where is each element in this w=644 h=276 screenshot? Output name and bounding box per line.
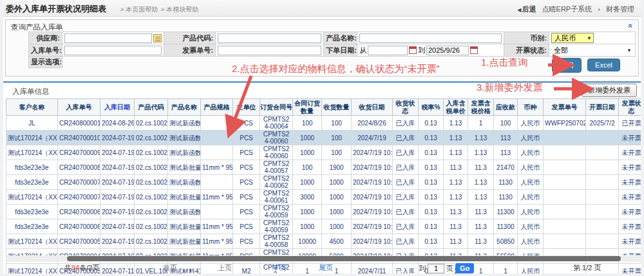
- table-cell[interactable]: 11.3: [468, 234, 494, 249]
- table-cell[interactable]: 100: [322, 131, 352, 145]
- last-page-link[interactable]: 尾页: [319, 263, 333, 273]
- table-cell[interactable]: CR240700008: [58, 160, 100, 175]
- table-cell[interactable]: 2024-07-19: [100, 145, 135, 160]
- product-code-input[interactable]: [218, 33, 321, 43]
- table-cell[interactable]: fds3e23e3e: [6, 175, 58, 190]
- table-cell[interactable]: 人民币: [518, 219, 544, 234]
- table-row[interactable]: fds3e23e3eCR2407000062024-07-1902.cs.100…: [6, 205, 644, 219]
- table-cell[interactable]: CPMTS24-00058: [260, 234, 293, 249]
- table-cell[interactable]: 2024-07-19: [100, 175, 135, 190]
- table-cell[interactable]: 人民币: [518, 160, 544, 175]
- date-from-input[interactable]: [368, 46, 408, 55]
- table-cell[interactable]: [586, 205, 619, 219]
- table-cell[interactable]: 0.13: [419, 131, 444, 145]
- table-cell[interactable]: 测试170214（XX）: [6, 234, 58, 249]
- table-cell[interactable]: 1.13: [444, 145, 468, 160]
- table-cell[interactable]: CR240700007: [58, 190, 100, 205]
- first-page-link[interactable]: 首页: [163, 263, 177, 273]
- table-cell[interactable]: 4500: [322, 234, 352, 249]
- table-cell[interactable]: 0.13: [419, 116, 444, 131]
- table-cell[interactable]: PCS: [233, 234, 260, 249]
- table-cell[interactable]: 2024/7/19 10:: [352, 190, 393, 205]
- breadcrumb-system[interactable]: 点晴ERP子系统: [542, 5, 592, 13]
- table-cell[interactable]: 02.cs.100246: [135, 160, 168, 175]
- table-cell[interactable]: 人民币: [518, 131, 544, 145]
- table-cell[interactable]: [201, 175, 233, 190]
- table-cell[interactable]: 2024-07-19: [100, 219, 135, 234]
- back-icon[interactable]: ◀: [517, 7, 521, 13]
- horizontal-scrollbar-track[interactable]: [6, 255, 644, 262]
- table-cell[interactable]: 100: [322, 145, 352, 160]
- invoice-no-input[interactable]: [218, 46, 321, 55]
- table-cell[interactable]: CR240800001: [58, 116, 100, 131]
- table-cell[interactable]: [201, 116, 233, 131]
- table-cell[interactable]: 02.cs.100241: [135, 116, 168, 131]
- goto-page-input[interactable]: [428, 264, 444, 273]
- table-cell[interactable]: 测试170214（XX）: [6, 131, 58, 145]
- go-button[interactable]: Go: [455, 263, 474, 273]
- table-cell[interactable]: [201, 131, 233, 145]
- table-cell[interactable]: 1.13: [468, 145, 494, 160]
- table-row[interactable]: fds3e23e3eCR2407000082024-07-1902.cs.100…: [6, 160, 644, 175]
- table-cell[interactable]: 2024/7/19 10:: [352, 219, 393, 234]
- table-cell[interactable]: [544, 145, 586, 160]
- search-button[interactable]: 查询: [552, 58, 582, 73]
- table-cell[interactable]: 未开票: [619, 190, 644, 205]
- prev-page-link[interactable]: 上页: [218, 263, 232, 273]
- table-cell[interactable]: 1000: [293, 219, 322, 234]
- table-cell[interactable]: WWFP250702001: [544, 116, 586, 131]
- table-cell[interactable]: 人民币: [518, 175, 544, 190]
- table-cell[interactable]: 1000: [322, 175, 352, 190]
- table-cell[interactable]: CPMTS24-00061: [260, 190, 293, 205]
- table-cell[interactable]: JL: [6, 116, 58, 131]
- table-cell[interactable]: 02.cs.100246: [135, 219, 168, 234]
- table-cell[interactable]: 0.13: [419, 175, 444, 190]
- table-cell[interactable]: CPMTS24-00059: [260, 205, 293, 219]
- table-cell[interactable]: [544, 131, 586, 145]
- table-cell[interactable]: 11.3: [468, 205, 494, 219]
- table-cell[interactable]: 113: [494, 131, 518, 145]
- table-cell[interactable]: 未开票: [619, 145, 644, 160]
- table-cell[interactable]: 1.13: [468, 190, 494, 205]
- table-cell[interactable]: 2024/7/19 10:: [352, 160, 393, 175]
- calendar-icon[interactable]: [470, 46, 478, 54]
- table-cell[interactable]: 2024-07-19: [100, 190, 135, 205]
- add-outsource-invoice-button[interactable]: 新增委外发票: [582, 84, 637, 97]
- table-cell[interactable]: 未开票: [619, 160, 644, 175]
- page-help-link[interactable]: » 本页面帮助: [120, 5, 158, 14]
- table-cell[interactable]: 1000: [293, 205, 322, 219]
- table-cell[interactable]: [586, 219, 619, 234]
- table-cell[interactable]: 未开票: [619, 234, 644, 249]
- table-cell[interactable]: CR240700006: [58, 219, 100, 234]
- table-cell[interactable]: 人民币: [518, 116, 544, 131]
- table-cell[interactable]: 50850: [494, 234, 518, 249]
- table-cell[interactable]: 0.13: [419, 190, 444, 205]
- table-cell[interactable]: 1000: [293, 131, 322, 145]
- table-cell[interactable]: PCS: [233, 131, 260, 145]
- table-cell[interactable]: 2024-07-19: [100, 131, 135, 145]
- table-cell[interactable]: 11mm * 95m: [201, 190, 233, 205]
- table-row[interactable]: fds3e23e3eCR2407000062024-07-1902.cs.100…: [6, 219, 644, 234]
- table-cell[interactable]: 2024-07-19: [100, 160, 135, 175]
- table-cell[interactable]: 0.13: [419, 205, 444, 219]
- table-row[interactable]: JLCR2408000012024-08-2602.cs.100241测试新函数…: [6, 116, 644, 131]
- table-cell[interactable]: [544, 205, 586, 219]
- table-cell[interactable]: 已入库: [393, 131, 419, 145]
- table-cell[interactable]: 测试新函数成: [168, 145, 201, 160]
- excel-export-button[interactable]: Excel: [587, 59, 620, 71]
- table-cell[interactable]: 2024-07-19: [100, 234, 135, 249]
- table-cell[interactable]: 1000: [293, 175, 322, 190]
- table-cell[interactable]: [544, 234, 586, 249]
- table-cell[interactable]: 11.3: [444, 234, 468, 249]
- calendar-icon[interactable]: [409, 46, 417, 54]
- table-row[interactable]: 测试170214（XX）CR2407000052024-07-1902.cs.1…: [6, 234, 644, 249]
- table-cell[interactable]: PCS: [233, 219, 260, 234]
- table-cell[interactable]: 21470: [494, 160, 518, 175]
- table-cell[interactable]: 1130: [494, 190, 518, 205]
- product-name-input[interactable]: [359, 33, 502, 43]
- table-cell[interactable]: [586, 160, 619, 175]
- table-cell[interactable]: [544, 219, 586, 234]
- table-cell[interactable]: 1900: [322, 160, 352, 175]
- table-cell[interactable]: 2024/8/26: [352, 116, 393, 131]
- table-cell[interactable]: 已入库: [393, 205, 419, 219]
